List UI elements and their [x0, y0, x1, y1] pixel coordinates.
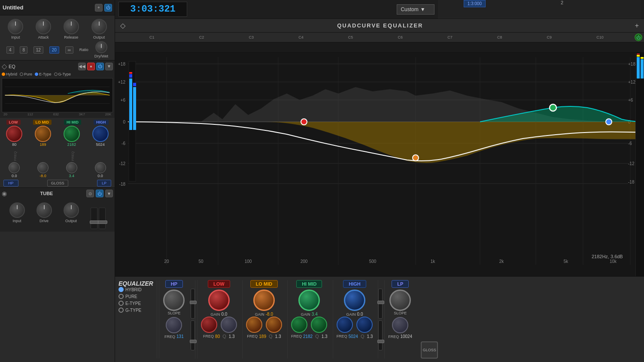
eq-type-row: Hybrid Pure E-Type G-Type — [2, 72, 113, 76]
band-gain-labels: FREQ FREQ — [0, 148, 115, 161]
hp-freq-knob[interactable] — [166, 317, 182, 333]
eq-etype-option[interactable]: E-Type — [35, 72, 52, 76]
low-node — [301, 119, 307, 125]
tube-output-knob[interactable] — [64, 202, 79, 218]
low-q-knob[interactable] — [9, 162, 20, 173]
lo-mid-gain-knob[interactable] — [253, 290, 275, 311]
hp-slope-knob[interactable] — [163, 290, 185, 311]
preset-selector[interactable]: Custom ▼ — [397, 4, 434, 15]
eq-pure-option[interactable]: Pure — [20, 72, 32, 76]
lp-slope-knob[interactable] — [389, 290, 411, 311]
eq-icon: ◇ — [2, 62, 7, 70]
hp-button[interactable]: HP — [3, 180, 18, 187]
input-knob[interactable] — [8, 19, 23, 34]
lp-freq-knob[interactable] — [392, 317, 408, 333]
hi-mid-q-knob[interactable] — [66, 162, 77, 173]
lo-mid-q-knob[interactable] — [37, 162, 49, 173]
eq-record[interactable]: ● — [87, 63, 95, 70]
tube-drive-label: Drive — [39, 219, 49, 223]
tube-fader2[interactable] — [99, 208, 106, 229]
high-freq-val: 5024 — [349, 334, 358, 339]
ratio-4[interactable]: 4 — [6, 46, 14, 54]
gtype-mode[interactable]: G-TYPE — [118, 308, 153, 313]
tube-input-knob[interactable] — [9, 202, 25, 218]
tube-settings[interactable]: ⊙ — [86, 190, 94, 197]
tube-header: ◉ TUBE ⊙ ⏻ ▼ — [2, 190, 113, 197]
hi-mid-gain-label: GAIN — [301, 312, 310, 317]
lp-fader-1[interactable] — [378, 289, 383, 319]
eq-rewind[interactable]: ◀◀ — [78, 63, 86, 70]
svg-rect-4 — [115, 53, 644, 276]
low-gain-val: 0.0 — [221, 312, 227, 317]
ratio-20[interactable]: 20 — [49, 46, 59, 54]
output-label: Output — [93, 35, 105, 39]
eq-graph-area[interactable]: +18 +12 +6 0 -6 -12 -18 — [115, 53, 644, 276]
pure-mode[interactable]: PURE — [118, 294, 153, 299]
gloss-label: GLOSS — [423, 348, 436, 352]
hi-mid-freq-val: 2182 — [67, 142, 76, 147]
lp-slope-label: SLOPE — [394, 311, 407, 315]
lo-mid-freq-knob[interactable] — [35, 126, 51, 142]
piano-roll: // We'll do this in the init script belo… — [115, 42, 644, 53]
eq-hybrid-option[interactable]: Hybrid — [2, 72, 17, 76]
band-q-knobs: 0.0 -8.0 3.4 0.0 — [0, 161, 115, 179]
tube-drive-knob[interactable] — [36, 202, 52, 218]
hp-fader-1[interactable] — [191, 289, 195, 319]
lo-mid-freq-val: 189 — [40, 142, 46, 147]
gtype-label: G-Type — [58, 72, 71, 76]
lp-button[interactable]: LP — [97, 180, 111, 187]
dry-wet-label: Dry/Wet — [94, 54, 108, 58]
eq-gtype-option[interactable]: G-Type — [54, 72, 71, 76]
eq-power-icon[interactable]: ⏻ — [633, 33, 644, 42]
etype-mode[interactable]: E-TYPE — [118, 301, 153, 306]
tube-fader[interactable] — [91, 208, 97, 229]
hp-fader-2[interactable] — [191, 320, 195, 350]
left-panel: Untitled + ⏻ Input Attack Release Output… — [0, 0, 115, 362]
low-freq-ctrl-knob[interactable] — [201, 317, 217, 333]
ratio-inf[interactable]: ∞ — [65, 46, 73, 54]
gloss-button-main[interactable]: GLOSS — [421, 341, 438, 359]
high-freq-ctrl-knob[interactable] — [337, 317, 353, 333]
ratio-8[interactable]: 8 — [20, 46, 27, 54]
tube-power[interactable]: ⏻ — [96, 190, 103, 197]
ratio-row: 4 8 12 20 ∞ Ratio Dry/Wet — [0, 40, 115, 60]
add-track-button[interactable]: + — [95, 4, 103, 12]
dry-wet-group: Dry/Wet — [94, 41, 108, 58]
tube-output-group: Output — [64, 202, 79, 229]
low-gain-knob[interactable] — [208, 290, 230, 311]
release-knob-group: Release — [64, 19, 79, 39]
high-freq-knob[interactable] — [92, 126, 109, 142]
attack-knob[interactable] — [36, 19, 51, 34]
low-freq-knob[interactable] — [6, 126, 22, 142]
high-gain-knob[interactable] — [344, 290, 365, 311]
hi-mid-freq-knob[interactable] — [64, 126, 80, 142]
low-freq-group: 80 — [1, 126, 27, 147]
hi-mid-gain-val: 3.4 — [312, 312, 318, 317]
power-button[interactable]: ⏻ — [104, 4, 112, 12]
output-knob[interactable] — [91, 19, 107, 34]
low-q-ctrl-knob[interactable] — [221, 317, 237, 333]
pure-dot — [20, 72, 23, 76]
lp-fader-2[interactable] — [378, 320, 383, 350]
hi-mid-gain-knob[interactable] — [298, 290, 320, 311]
eq-power[interactable]: ⏻ — [96, 63, 104, 70]
lo-mid-freq-label: FREQ — [247, 334, 258, 338]
release-knob[interactable] — [64, 19, 79, 34]
gloss-button[interactable]: GLOSS — [47, 180, 68, 187]
high-q-ctrl-knob[interactable] — [356, 317, 373, 333]
svg-rect-53 — [637, 55, 640, 57]
eq-menu[interactable]: ▼ — [105, 63, 113, 70]
dry-wet-knob[interactable] — [95, 41, 107, 53]
tube-menu[interactable]: ▼ — [105, 190, 113, 197]
hybrid-mode[interactable]: HYBRID — [118, 287, 153, 292]
high-q-knob[interactable] — [95, 162, 106, 173]
lo-mid-q-ctrl-knob[interactable] — [266, 317, 282, 333]
hi-mid-freq-ctrl-knob[interactable] — [291, 317, 307, 333]
hi-mid-q-ctrl-knob[interactable] — [311, 317, 327, 333]
svg-text:+18: +18 — [118, 62, 125, 66]
lo-mid-freq-ctrl-knob[interactable] — [246, 317, 262, 333]
high-freq-label: FREQ — [337, 334, 347, 338]
svg-text:1k: 1k — [431, 259, 436, 264]
time-display: 3:03:321 — [118, 2, 187, 17]
ratio-12[interactable]: 12 — [33, 46, 43, 54]
